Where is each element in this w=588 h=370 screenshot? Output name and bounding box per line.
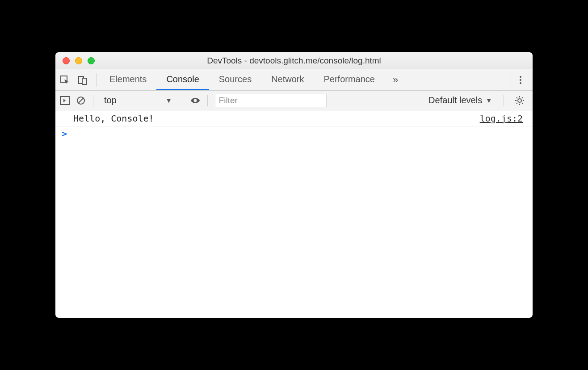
context-label: top [104, 95, 117, 105]
svg-line-17 [517, 103, 517, 104]
console-toolbar: top ▼ Default levels ▼ [55, 91, 533, 110]
divider [183, 95, 183, 106]
tab-network[interactable]: Network [261, 69, 314, 90]
tabs-overflow-button[interactable]: » [385, 69, 406, 90]
panel-tabstrip: Elements Console Sources Network Perform… [55, 69, 533, 91]
window-title: DevTools - devtools.glitch.me/console/lo… [55, 56, 533, 66]
toggle-console-sidebar-icon[interactable] [60, 96, 70, 105]
svg-line-15 [517, 97, 517, 98]
filter-input[interactable] [215, 94, 327, 107]
divider [93, 95, 93, 106]
log-levels-selector[interactable]: Default levels ▼ [428, 95, 496, 105]
svg-point-9 [193, 99, 197, 102]
svg-rect-2 [82, 78, 87, 84]
console-settings-icon[interactable] [511, 96, 528, 105]
kebab-icon [519, 75, 522, 85]
levels-label: Default levels [428, 95, 482, 105]
titlebar: DevTools - devtools.glitch.me/console/lo… [55, 52, 533, 69]
tab-performance[interactable]: Performance [314, 69, 385, 90]
traffic-lights [55, 57, 95, 64]
log-source-link[interactable]: log.js:2 [480, 113, 526, 124]
chevron-down-icon: ▼ [486, 97, 492, 104]
console-output: Hello, Console! log.js:2 > [55, 110, 533, 318]
tab-elements[interactable]: Elements [100, 69, 156, 90]
devtools-window: DevTools - devtools.glitch.me/console/lo… [55, 52, 533, 318]
chevron-down-icon: ▼ [166, 97, 172, 104]
svg-line-16 [522, 103, 523, 104]
divider [511, 73, 511, 87]
svg-line-8 [78, 98, 84, 103]
kebab-menu-button[interactable] [513, 69, 528, 90]
panel-tabs: Elements Console Sources Network Perform… [100, 69, 385, 90]
svg-point-4 [520, 79, 521, 81]
divider [97, 73, 97, 87]
inspect-element-icon[interactable] [60, 75, 70, 85]
clear-console-icon[interactable] [76, 96, 86, 105]
device-toolbar-icon[interactable] [78, 75, 88, 85]
minimize-window-button[interactable] [75, 57, 82, 64]
tab-sources[interactable]: Sources [209, 69, 261, 90]
console-prompt[interactable]: > [55, 126, 533, 141]
tab-console[interactable]: Console [156, 69, 209, 90]
svg-line-18 [522, 97, 523, 98]
prompt-chevron-icon: > [62, 128, 67, 139]
close-window-button[interactable] [63, 57, 70, 64]
chevron-double-right-icon: » [393, 74, 398, 86]
log-entry: Hello, Console! log.js:2 [55, 110, 533, 126]
live-expression-icon[interactable] [190, 96, 200, 105]
execution-context-selector[interactable]: top ▼ [101, 95, 176, 105]
zoom-window-button[interactable] [88, 57, 95, 64]
log-message: Hello, Console! [73, 113, 154, 124]
divider [207, 95, 208, 106]
svg-point-5 [520, 82, 521, 84]
svg-point-10 [518, 99, 521, 102]
divider [504, 95, 504, 106]
svg-point-3 [520, 76, 521, 78]
